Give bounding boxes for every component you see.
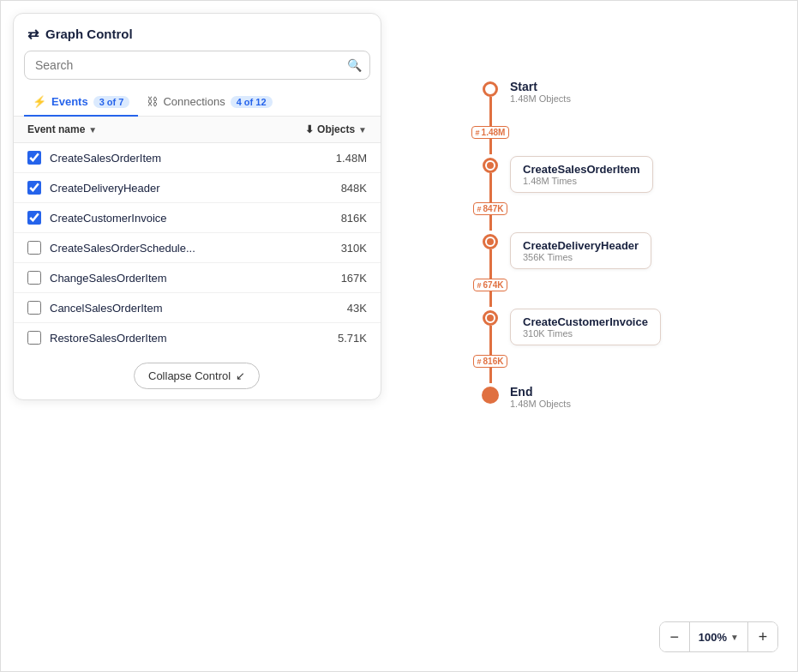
cci-sub: 310K Times xyxy=(523,328,648,339)
collapse-control-button[interactable]: Collapse Control ↙ xyxy=(134,363,260,389)
table-row: ChangeSalesOrderItem 167K xyxy=(14,263,381,293)
badge-connector-1: #1.48M xyxy=(481,126,500,154)
badge-2: #847K xyxy=(473,202,508,215)
event-checkbox-2[interactable] xyxy=(27,211,41,225)
event-count-1: 848K xyxy=(298,182,367,195)
event-name-1: CreateDeliveryHeader xyxy=(50,182,298,195)
start-title: Start xyxy=(510,80,571,93)
cso-sub: 1.48M Times xyxy=(523,176,640,186)
hash-icon-3: # xyxy=(477,281,482,290)
flow-graph: Start 1.48M Objects #1.48M CreateSa xyxy=(481,78,661,409)
col-objects[interactable]: ⬇ Objects ▼ xyxy=(298,123,367,135)
cso-connector xyxy=(481,154,500,202)
search-icon: 🔍 xyxy=(347,58,362,72)
badge-connector-4: #816K xyxy=(481,355,500,383)
event-count-5: 43K xyxy=(298,302,367,315)
control-panel: ⇄ Graph Control 🔍 ⚡ Events 3 of 7 ⛓ Conn… xyxy=(13,13,381,400)
badge-line-1 xyxy=(489,139,492,154)
badge-connector-3: #674K xyxy=(481,279,500,307)
cso-circle xyxy=(483,158,498,173)
badge-row-1: #1.48M xyxy=(481,126,500,154)
table-row: CreateCustomerInvoice 816K xyxy=(14,203,381,233)
event-count-6: 5.71K xyxy=(298,332,367,345)
cdh-line xyxy=(489,249,492,279)
start-connector xyxy=(481,78,500,126)
badge-row-2: #847K xyxy=(481,202,500,231)
table-row: CreateSalesOrderItem 1.48M xyxy=(14,143,381,173)
end-node-row: End 1.48M Objects xyxy=(481,383,571,409)
col-event-name[interactable]: Event name ▼ xyxy=(27,123,298,135)
table-header: Event name ▼ ⬇ Objects ▼ xyxy=(14,117,381,143)
cso-line xyxy=(489,173,492,202)
sort-event-icon: ▼ xyxy=(88,125,97,135)
event-name-4: ChangeSalesOrderItem xyxy=(50,272,298,285)
hash-icon-4: # xyxy=(477,357,482,366)
end-sub: 1.48M Objects xyxy=(510,399,571,409)
cdh-card: CreateDeliveryHeader 356K Times xyxy=(510,232,651,269)
cdh-node-row: CreateDeliveryHeader 356K Times xyxy=(481,231,651,279)
cdh-title: CreateDeliveryHeader xyxy=(523,239,639,252)
cci-node-row: CreateCustomerInvoice 310K Times xyxy=(481,307,661,355)
cci-circle xyxy=(483,310,498,326)
zoom-controls: − 100% ▼ + xyxy=(659,621,778,652)
cci-title: CreateCustomerInvoice xyxy=(523,315,648,328)
event-checkbox-5[interactable] xyxy=(27,301,41,315)
start-circle xyxy=(483,81,498,97)
table-row: CreateDeliveryHeader 848K xyxy=(14,173,381,203)
tab-connections[interactable]: ⛓ Connections 4 of 12 xyxy=(138,88,280,117)
events-tab-label: Events xyxy=(51,95,88,108)
event-count-0: 1.48M xyxy=(298,152,367,165)
zoom-in-button[interactable]: + xyxy=(748,622,777,651)
zoom-out-button[interactable]: − xyxy=(660,622,689,651)
badge-row-3: #674K xyxy=(481,279,500,307)
event-checkbox-4[interactable] xyxy=(27,271,41,285)
flow-nodes: Start 1.48M Objects #1.48M CreateSa xyxy=(481,78,661,409)
cci-line xyxy=(489,326,492,355)
objects-down-icon: ⬇ xyxy=(305,123,314,135)
search-container: 🔍 xyxy=(24,51,370,80)
event-name-0: CreateSalesOrderItem xyxy=(50,152,298,165)
cdh-sub: 356K Times xyxy=(523,252,639,262)
event-name-3: CreateSalesOrderSchedule... xyxy=(50,242,298,255)
hash-icon-1: # xyxy=(476,129,480,137)
tab-events[interactable]: ⚡ Events 3 of 7 xyxy=(24,88,138,117)
zoom-value[interactable]: 100% ▼ xyxy=(689,622,748,651)
end-circle xyxy=(482,387,499,404)
event-name-2: CreateCustomerInvoice xyxy=(50,212,298,225)
event-checkbox-3[interactable] xyxy=(27,241,41,255)
end-title: End xyxy=(510,385,571,399)
start-label-area: Start 1.48M Objects xyxy=(510,78,571,104)
table-row: CreateSalesOrderSchedule... 310K xyxy=(14,233,381,263)
event-name-6: RestoreSalesOrderItem xyxy=(50,332,298,345)
cdh-inner-dot xyxy=(487,238,494,245)
cso-inner-dot xyxy=(487,162,494,169)
events-table: CreateSalesOrderItem 1.48M CreateDeliver… xyxy=(14,143,381,352)
cso-card: CreateSalesOrderItem 1.48M Times xyxy=(510,156,653,193)
start-sub: 1.48M Objects xyxy=(510,93,571,104)
graph-control-icon: ⇄ xyxy=(27,26,39,42)
event-count-2: 816K xyxy=(298,212,367,225)
cso-title: CreateSalesOrderItem xyxy=(523,163,640,176)
zoom-chevron-icon: ▼ xyxy=(730,633,739,642)
sort-objects-icon: ▼ xyxy=(358,125,367,135)
event-checkbox-0[interactable] xyxy=(27,151,41,165)
event-checkbox-1[interactable] xyxy=(27,181,41,195)
event-checkbox-6[interactable] xyxy=(27,331,41,345)
connections-tab-label: Connections xyxy=(163,95,225,108)
connections-tab-badge: 4 of 12 xyxy=(231,96,273,108)
event-count-3: 310K xyxy=(298,242,367,255)
hash-icon-2: # xyxy=(477,205,482,213)
end-label-area: End 1.48M Objects xyxy=(510,383,571,409)
badge-line-4 xyxy=(489,368,492,383)
cci-card: CreateCustomerInvoice 310K Times xyxy=(510,309,661,345)
table-row: RestoreSalesOrderItem 5.71K xyxy=(14,323,381,352)
events-tab-badge: 3 of 7 xyxy=(93,96,130,108)
badge-line-3 xyxy=(489,291,492,307)
events-tab-icon: ⚡ xyxy=(33,95,46,108)
panel-header: ⇄ Graph Control xyxy=(14,14,381,51)
search-input[interactable] xyxy=(24,51,370,80)
event-name-5: CancelSalesOrderItem xyxy=(50,302,298,315)
end-connector xyxy=(481,383,500,404)
connections-tab-icon: ⛓ xyxy=(147,95,158,108)
table-row: CancelSalesOrderItem 43K xyxy=(14,293,381,323)
